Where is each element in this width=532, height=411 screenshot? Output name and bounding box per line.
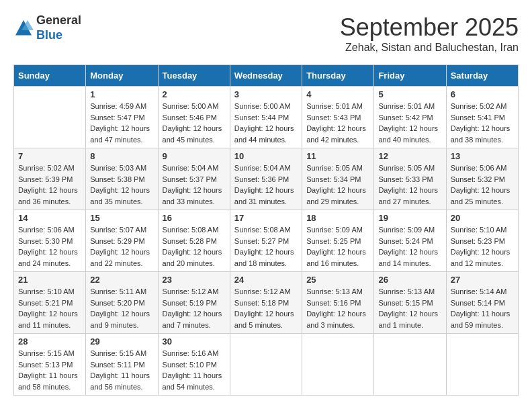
day-info: Sunrise: 5:01 AMSunset: 5:42 PMDaylight:…	[378, 101, 441, 145]
weekday-header-cell: Sunday	[14, 65, 86, 87]
day-number: 3	[234, 89, 298, 99]
calendar-day-cell: 6 Sunrise: 5:02 AMSunset: 5:41 PMDayligh…	[446, 87, 518, 148]
calendar-week-row: 1 Sunrise: 4:59 AMSunset: 5:47 PMDayligh…	[14, 87, 519, 148]
calendar-day-cell: 15 Sunrise: 5:07 AMSunset: 5:29 PMDaylig…	[86, 210, 158, 272]
title-block: September 2025 Zehak, Sistan and Baluche…	[340, 13, 519, 54]
day-number: 12	[378, 151, 441, 161]
calendar-day-cell: 13 Sunrise: 5:06 AMSunset: 5:32 PMDaylig…	[446, 148, 518, 210]
calendar-week-row: 7 Sunrise: 5:02 AMSunset: 5:39 PMDayligh…	[14, 148, 519, 210]
weekday-header-cell: Saturday	[446, 65, 518, 87]
weekday-header-cell: Friday	[374, 65, 446, 87]
logo-icon	[13, 18, 34, 38]
day-number: 14	[18, 213, 81, 223]
day-info: Sunrise: 5:05 AMSunset: 5:34 PMDaylight:…	[306, 163, 369, 207]
day-info: Sunrise: 5:02 AMSunset: 5:39 PMDaylight:…	[18, 163, 81, 207]
day-info: Sunrise: 5:05 AMSunset: 5:33 PMDaylight:…	[378, 163, 441, 207]
calendar-day-cell: 7 Sunrise: 5:02 AMSunset: 5:39 PMDayligh…	[14, 148, 86, 210]
day-number: 25	[306, 275, 369, 285]
calendar-day-cell	[302, 334, 374, 396]
day-number: 1	[90, 89, 153, 99]
day-number: 13	[451, 151, 514, 161]
day-number: 27	[451, 275, 514, 285]
day-info: Sunrise: 5:13 AMSunset: 5:15 PMDaylight:…	[378, 286, 441, 330]
day-info: Sunrise: 5:14 AMSunset: 5:14 PMDaylight:…	[451, 286, 514, 330]
day-number: 29	[90, 336, 153, 347]
day-info: Sunrise: 5:08 AMSunset: 5:28 PMDaylight:…	[163, 224, 226, 269]
day-info: Sunrise: 5:06 AMSunset: 5:30 PMDaylight:…	[18, 224, 81, 269]
day-info: Sunrise: 5:09 AMSunset: 5:24 PMDaylight:…	[378, 224, 441, 269]
calendar-day-cell: 22 Sunrise: 5:11 AMSunset: 5:20 PMDaylig…	[86, 272, 158, 334]
day-info: Sunrise: 5:16 AMSunset: 5:10 PMDaylight:…	[163, 348, 226, 392]
day-info: Sunrise: 5:03 AMSunset: 5:38 PMDaylight:…	[90, 163, 153, 207]
calendar-day-cell: 10 Sunrise: 5:04 AMSunset: 5:36 PMDaylig…	[230, 148, 302, 210]
calendar-day-cell: 5 Sunrise: 5:01 AMSunset: 5:42 PMDayligh…	[374, 87, 446, 148]
day-info: Sunrise: 5:06 AMSunset: 5:32 PMDaylight:…	[451, 163, 514, 207]
calendar-day-cell: 9 Sunrise: 5:04 AMSunset: 5:37 PMDayligh…	[158, 148, 230, 210]
day-info: Sunrise: 5:02 AMSunset: 5:41 PMDaylight:…	[451, 101, 514, 145]
day-number: 15	[90, 213, 153, 223]
calendar-day-cell	[374, 334, 446, 396]
day-number: 28	[18, 336, 81, 347]
calendar-day-cell: 12 Sunrise: 5:05 AMSunset: 5:33 PMDaylig…	[374, 148, 446, 210]
calendar-day-cell: 28 Sunrise: 5:15 AMSunset: 5:13 PMDaylig…	[14, 334, 86, 396]
day-number: 17	[234, 213, 298, 223]
day-number: 30	[163, 336, 226, 347]
day-number: 8	[90, 151, 153, 161]
day-number: 19	[378, 213, 441, 223]
day-info: Sunrise: 5:04 AMSunset: 5:36 PMDaylight:…	[234, 163, 298, 207]
calendar-day-cell: 24 Sunrise: 5:12 AMSunset: 5:18 PMDaylig…	[230, 272, 302, 334]
weekday-header-cell: Thursday	[302, 65, 374, 87]
calendar-day-cell: 23 Sunrise: 5:12 AMSunset: 5:19 PMDaylig…	[158, 272, 230, 334]
weekday-header-cell: Monday	[86, 65, 158, 87]
day-number: 7	[18, 151, 81, 161]
day-number: 4	[306, 89, 369, 99]
calendar-day-cell: 26 Sunrise: 5:13 AMSunset: 5:15 PMDaylig…	[374, 272, 446, 334]
day-info: Sunrise: 4:59 AMSunset: 5:47 PMDaylight:…	[90, 101, 153, 145]
calendar-day-cell: 16 Sunrise: 5:08 AMSunset: 5:28 PMDaylig…	[158, 210, 230, 272]
day-number: 23	[163, 275, 226, 285]
calendar-day-cell: 30 Sunrise: 5:16 AMSunset: 5:10 PMDaylig…	[158, 334, 230, 396]
day-info: Sunrise: 5:09 AMSunset: 5:25 PMDaylight:…	[306, 224, 369, 269]
day-info: Sunrise: 5:00 AMSunset: 5:46 PMDaylight:…	[163, 101, 226, 145]
calendar-day-cell: 20 Sunrise: 5:10 AMSunset: 5:23 PMDaylig…	[446, 210, 518, 272]
day-info: Sunrise: 5:10 AMSunset: 5:23 PMDaylight:…	[451, 224, 514, 269]
calendar-day-cell: 29 Sunrise: 5:15 AMSunset: 5:11 PMDaylig…	[86, 334, 158, 396]
calendar-day-cell: 19 Sunrise: 5:09 AMSunset: 5:24 PMDaylig…	[374, 210, 446, 272]
calendar-day-cell: 8 Sunrise: 5:03 AMSunset: 5:38 PMDayligh…	[86, 148, 158, 210]
page-header: General Blue September 2025 Zehak, Sista…	[13, 13, 519, 54]
day-info: Sunrise: 5:07 AMSunset: 5:29 PMDaylight:…	[90, 224, 153, 269]
calendar-week-row: 28 Sunrise: 5:15 AMSunset: 5:13 PMDaylig…	[14, 334, 519, 396]
calendar-day-cell: 2 Sunrise: 5:00 AMSunset: 5:46 PMDayligh…	[158, 87, 230, 148]
day-number: 18	[306, 213, 369, 223]
day-info: Sunrise: 5:15 AMSunset: 5:13 PMDaylight:…	[18, 348, 81, 392]
location-title: Zehak, Sistan and Baluchestan, Iran	[340, 42, 519, 54]
calendar-day-cell: 17 Sunrise: 5:08 AMSunset: 5:27 PMDaylig…	[230, 210, 302, 272]
day-info: Sunrise: 5:13 AMSunset: 5:16 PMDaylight:…	[306, 286, 369, 330]
day-number: 10	[234, 151, 298, 161]
day-info: Sunrise: 5:12 AMSunset: 5:19 PMDaylight:…	[163, 286, 226, 330]
calendar-day-cell: 25 Sunrise: 5:13 AMSunset: 5:16 PMDaylig…	[302, 272, 374, 334]
calendar-week-row: 14 Sunrise: 5:06 AMSunset: 5:30 PMDaylig…	[14, 210, 519, 272]
calendar-day-cell: 14 Sunrise: 5:06 AMSunset: 5:30 PMDaylig…	[14, 210, 86, 272]
weekday-header-row: SundayMondayTuesdayWednesdayThursdayFrid…	[14, 65, 519, 87]
month-title: September 2025	[340, 13, 519, 42]
calendar-day-cell	[230, 334, 302, 396]
weekday-header-cell: Tuesday	[158, 65, 230, 87]
day-number: 20	[451, 213, 514, 223]
day-number: 6	[451, 89, 514, 99]
day-number: 5	[378, 89, 441, 99]
calendar-day-cell: 1 Sunrise: 4:59 AMSunset: 5:47 PMDayligh…	[86, 87, 158, 148]
calendar-day-cell	[14, 87, 86, 148]
calendar-day-cell: 11 Sunrise: 5:05 AMSunset: 5:34 PMDaylig…	[302, 148, 374, 210]
day-info: Sunrise: 5:10 AMSunset: 5:21 PMDaylight:…	[18, 286, 81, 330]
calendar-day-cell: 18 Sunrise: 5:09 AMSunset: 5:25 PMDaylig…	[302, 210, 374, 272]
logo: General Blue	[13, 13, 81, 42]
day-number: 26	[378, 275, 441, 285]
day-number: 9	[163, 151, 226, 161]
day-info: Sunrise: 5:04 AMSunset: 5:37 PMDaylight:…	[163, 163, 226, 207]
day-info: Sunrise: 5:15 AMSunset: 5:11 PMDaylight:…	[90, 348, 153, 392]
day-number: 21	[18, 275, 81, 285]
day-info: Sunrise: 5:08 AMSunset: 5:27 PMDaylight:…	[234, 224, 298, 269]
day-number: 16	[163, 213, 226, 223]
calendar-day-cell: 27 Sunrise: 5:14 AMSunset: 5:14 PMDaylig…	[446, 272, 518, 334]
